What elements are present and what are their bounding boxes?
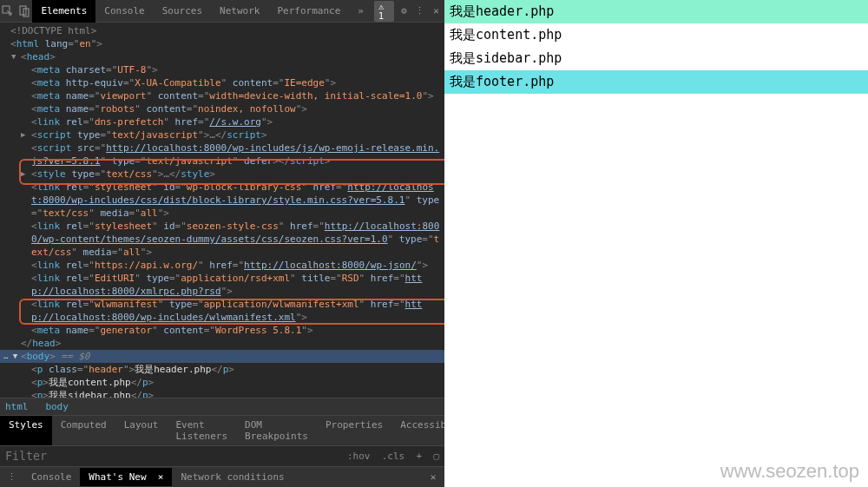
rendered-page: 我是header.php 我是content.php 我是sidebar.php…: [444, 0, 868, 487]
issues-badge[interactable]: ⚠ 1: [374, 1, 394, 22]
drawer-tabs: ⋮ Console What's New × Network condition…: [0, 466, 444, 487]
tab-more[interactable]: »: [349, 0, 372, 23]
inspect-icon[interactable]: [0, 0, 16, 23]
device-icon[interactable]: [16, 0, 33, 23]
page-header: 我是header.php: [444, 0, 868, 23]
plus-icon[interactable]: +: [417, 451, 423, 462]
breadcrumb[interactable]: html body: [0, 398, 444, 415]
selected-node[interactable]: … ▼<body> == $0: [0, 350, 444, 363]
close-icon[interactable]: ✕: [428, 0, 444, 23]
devtools: Elements Console Sources Network Perform…: [0, 0, 444, 487]
tab-computed[interactable]: Computed: [52, 416, 115, 445]
gear-icon[interactable]: ⚙: [396, 0, 412, 23]
drawer-netcond[interactable]: Network conditions: [172, 468, 293, 486]
dom-tree[interactable]: <!DOCTYPE html> <html lang="en"> ▼<head>…: [0, 23, 444, 398]
drawer-menu-icon[interactable]: ⋮: [0, 466, 23, 488]
drawer-whatsnew[interactable]: What's New ×: [80, 468, 172, 486]
tab-elements[interactable]: Elements: [32, 0, 95, 23]
devtools-tabs: Elements Console Sources Network Perform…: [0, 0, 444, 23]
tab-props[interactable]: Properties: [317, 416, 391, 445]
hov-toggle[interactable]: :hov: [347, 451, 371, 462]
page-content: 我是content.php: [444, 23, 868, 47]
tab-layout[interactable]: Layout: [115, 416, 168, 445]
tab-styles[interactable]: Styles: [0, 416, 52, 445]
cls-toggle[interactable]: .cls: [382, 451, 405, 462]
filter-input[interactable]: [5, 450, 347, 463]
styles-tabs: Styles Computed Layout Event Listeners D…: [0, 415, 444, 445]
tab-dombp[interactable]: DOM Breakpoints: [236, 416, 317, 445]
pin-icon[interactable]: ▢: [433, 451, 439, 462]
kebab-icon[interactable]: ⋮: [412, 0, 429, 23]
page-footer: 我是footer.php: [444, 70, 868, 94]
tab-console[interactable]: Console: [95, 0, 153, 23]
drawer-close-icon[interactable]: ✕: [422, 466, 444, 488]
tab-listeners[interactable]: Event Listeners: [167, 416, 236, 445]
page-sidebar: 我是sidebar.php: [444, 47, 868, 70]
watermark: www.seozen.top: [720, 460, 859, 483]
drawer-console[interactable]: Console: [23, 468, 80, 486]
filter-bar: :hov .cls + ▢: [0, 445, 444, 466]
tab-network[interactable]: Network: [211, 0, 268, 23]
tab-sources[interactable]: Sources: [154, 0, 211, 23]
tab-performance[interactable]: Performance: [268, 0, 349, 23]
